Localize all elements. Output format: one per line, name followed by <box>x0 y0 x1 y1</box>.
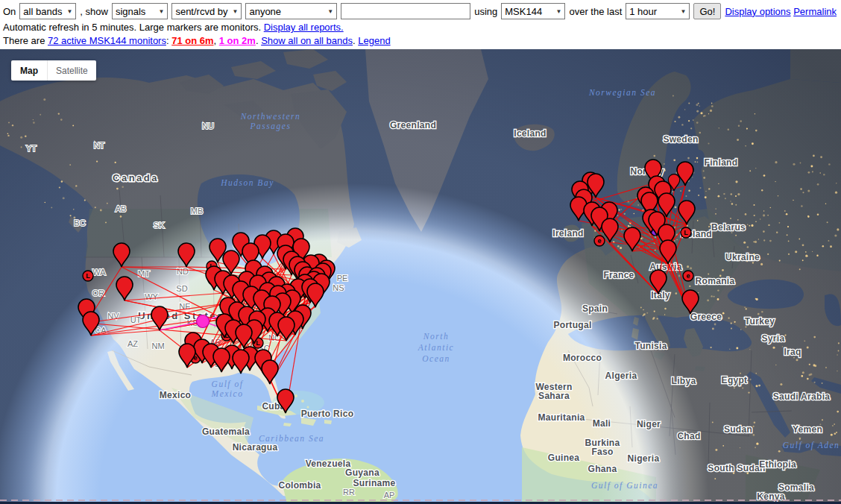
marker-letter: L <box>86 272 90 280</box>
map-label: Mali <box>593 418 611 429</box>
map-label: France <box>603 270 634 280</box>
map-label: Spain <box>582 303 608 314</box>
marker-letter: L <box>256 339 260 347</box>
monitor-marker[interactable] <box>113 243 130 267</box>
mode-select[interactable]: MSK144▼ <box>501 3 565 19</box>
chevron-down-icon: ▼ <box>681 8 687 15</box>
chevron-down-icon: ▼ <box>66 8 72 15</box>
map-label: Ghana <box>588 464 617 474</box>
map-label: WY <box>145 292 158 301</box>
map-label: NT <box>94 141 105 150</box>
monitor-marker[interactable] <box>116 277 133 300</box>
map-labels: CanadaUnited StatesMexicoGreenlandIcelan… <box>26 88 840 502</box>
map-label: Italy <box>651 290 670 300</box>
signals-select[interactable]: signals▼ <box>112 3 168 19</box>
map-type-satellite-button[interactable]: Satellite <box>48 66 96 76</box>
map-label: Greece <box>690 312 722 322</box>
chevron-down-icon: ▼ <box>327 8 333 15</box>
map-type-control: Map Satellite <box>11 60 96 81</box>
monitor-marker[interactable] <box>262 360 278 384</box>
chevron-down-icon: ▼ <box>158 8 164 15</box>
map-label: Canada <box>113 172 159 183</box>
marker-letter: e <box>597 237 601 245</box>
map-label: Puerto Rico <box>301 409 354 419</box>
on-label: On <box>3 6 16 17</box>
query-controls-row: On all bands▼ , show signals▼ sent/rcvd … <box>0 0 841 21</box>
map-label: Morocco <box>563 353 602 363</box>
map-label: Chad <box>677 431 700 441</box>
map-label: AZ <box>127 339 138 348</box>
chevron-down-icon: ▼ <box>233 8 239 15</box>
map-label: Mexico <box>211 389 244 398</box>
map-label: Greenland <box>390 120 436 130</box>
monitor-marker[interactable] <box>197 315 210 328</box>
map-label: Suriname <box>353 478 395 488</box>
monitor-marker[interactable] <box>213 348 230 372</box>
map-label: BC <box>74 218 85 227</box>
marker-letter: L <box>684 229 688 236</box>
monitors-6m-link[interactable]: 71 on 6m <box>171 35 213 46</box>
map-label: WA <box>92 268 106 277</box>
monitor-marker[interactable]: e <box>594 236 605 246</box>
map-label: Finland <box>705 157 738 168</box>
map-label: Nigeria <box>628 453 660 464</box>
balloon-marker-icon <box>178 243 195 267</box>
map-label: Libya <box>672 376 696 386</box>
map-label: Gulf of <box>212 379 244 389</box>
monitor-marker[interactable] <box>236 324 252 348</box>
balloon-marker-icon <box>213 348 230 372</box>
map-label: Tunisia <box>634 341 667 351</box>
chevron-down-icon: ▼ <box>556 8 562 15</box>
using-label: using <box>474 6 497 17</box>
display-all-reports-link[interactable]: Display all reports. <box>264 22 344 33</box>
permalink-link[interactable]: Permalink <box>793 6 837 17</box>
time-select[interactable]: 1 hour▼ <box>626 3 690 19</box>
monitor-marker[interactable]: e <box>683 271 693 281</box>
band-select[interactable]: all bands▼ <box>19 3 76 19</box>
map-canvas[interactable]: CanadaUnited StatesMexicoGreenlandIcelan… <box>0 49 841 504</box>
display-options-link[interactable]: Display options <box>725 6 790 17</box>
there-are-label: There are <box>3 35 48 46</box>
map-label: Algeria <box>605 371 637 381</box>
sent-rcvd-select[interactable]: sent/rcvd by▼ <box>171 3 242 19</box>
monitor-marker[interactable] <box>233 350 249 374</box>
monitor-marker[interactable] <box>678 201 695 224</box>
map-type-map-button[interactable]: Map <box>11 66 47 76</box>
monitors-summary-row: There are 72 active MSK144 monitors: 71 … <box>0 34 841 48</box>
legend-link[interactable]: Legend <box>358 35 390 46</box>
map-label: Hudson Bay <box>220 178 274 188</box>
map-label: Guinea <box>548 453 580 463</box>
monitors-2m-link[interactable]: 1 on 2m <box>219 35 256 46</box>
balloon-marker-icon <box>116 277 133 300</box>
map-label: NU <box>202 122 214 130</box>
go-button[interactable]: Go! <box>693 3 721 19</box>
monitor-marker[interactable]: L <box>83 271 93 281</box>
monitor-marker[interactable] <box>624 227 640 251</box>
map-label: Turkey <box>745 316 775 327</box>
anyone-select[interactable]: anyone▼ <box>245 3 337 19</box>
show-label: , show <box>80 6 108 17</box>
map-label: North <box>423 332 449 341</box>
monitor-marker[interactable]: L <box>681 227 691 238</box>
over-last-label: over the last <box>569 6 622 17</box>
map-label: Saudi Arabia <box>773 391 831 402</box>
show-all-bands-link[interactable]: Show all on all bands <box>261 35 353 46</box>
callsign-input[interactable] <box>341 3 470 19</box>
header-links: Display options Permalink <box>725 6 838 17</box>
map-label: AB <box>116 204 127 213</box>
map-label: Sweden <box>663 134 698 145</box>
balloon-marker-icon <box>113 243 130 267</box>
pskreporter-page: On all bands▼ , show signals▼ sent/rcvd … <box>0 0 841 504</box>
map-label: Caribbean Sea <box>259 434 324 443</box>
map-label: Colombia <box>278 480 321 491</box>
monitor-marker[interactable] <box>682 290 699 314</box>
map-label: SK <box>154 221 165 230</box>
map-label: PE <box>337 274 348 283</box>
map-label: YT <box>26 144 37 153</box>
map-label: Iraq <box>784 347 801 357</box>
map-label: Guyana <box>345 467 379 478</box>
active-monitors-link[interactable]: 72 active MSK144 monitors <box>48 35 166 46</box>
map-label: South Sudan <box>708 463 765 473</box>
balloon-marker-icon <box>233 350 249 374</box>
monitor-marker[interactable] <box>178 243 195 267</box>
